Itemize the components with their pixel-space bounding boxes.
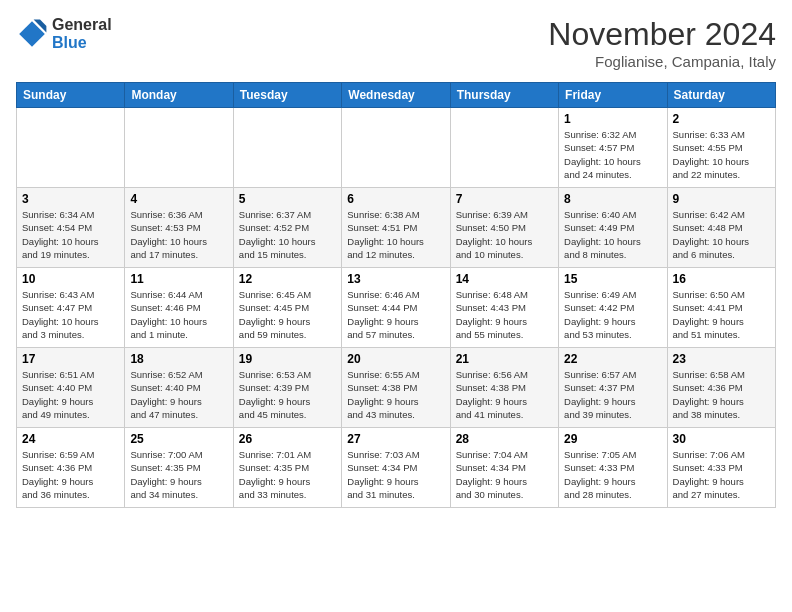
calendar-cell: 28Sunrise: 7:04 AM Sunset: 4:34 PM Dayli… [450, 428, 558, 508]
calendar-week: 10Sunrise: 6:43 AM Sunset: 4:47 PM Dayli… [17, 268, 776, 348]
weekday-label: Friday [559, 83, 667, 108]
day-number: 4 [130, 192, 227, 206]
day-number: 16 [673, 272, 770, 286]
day-info: Sunrise: 6:52 AM Sunset: 4:40 PM Dayligh… [130, 368, 227, 421]
day-number: 13 [347, 272, 444, 286]
day-number: 8 [564, 192, 661, 206]
day-info: Sunrise: 7:05 AM Sunset: 4:33 PM Dayligh… [564, 448, 661, 501]
day-number: 17 [22, 352, 119, 366]
calendar-cell: 19Sunrise: 6:53 AM Sunset: 4:39 PM Dayli… [233, 348, 341, 428]
calendar-cell: 1Sunrise: 6:32 AM Sunset: 4:57 PM Daylig… [559, 108, 667, 188]
day-info: Sunrise: 6:32 AM Sunset: 4:57 PM Dayligh… [564, 128, 661, 181]
calendar-cell: 27Sunrise: 7:03 AM Sunset: 4:34 PM Dayli… [342, 428, 450, 508]
day-info: Sunrise: 6:40 AM Sunset: 4:49 PM Dayligh… [564, 208, 661, 261]
day-info: Sunrise: 7:01 AM Sunset: 4:35 PM Dayligh… [239, 448, 336, 501]
calendar-cell: 12Sunrise: 6:45 AM Sunset: 4:45 PM Dayli… [233, 268, 341, 348]
day-number: 5 [239, 192, 336, 206]
weekday-label: Tuesday [233, 83, 341, 108]
day-number: 9 [673, 192, 770, 206]
calendar-cell: 21Sunrise: 6:56 AM Sunset: 4:38 PM Dayli… [450, 348, 558, 428]
day-number: 11 [130, 272, 227, 286]
weekday-header: SundayMondayTuesdayWednesdayThursdayFrid… [17, 83, 776, 108]
day-info: Sunrise: 6:36 AM Sunset: 4:53 PM Dayligh… [130, 208, 227, 261]
day-number: 15 [564, 272, 661, 286]
logo-text: General Blue [52, 16, 112, 52]
day-number: 29 [564, 432, 661, 446]
calendar-cell [233, 108, 341, 188]
calendar-subtitle: Foglianise, Campania, Italy [548, 53, 776, 70]
calendar-cell: 25Sunrise: 7:00 AM Sunset: 4:35 PM Dayli… [125, 428, 233, 508]
day-number: 28 [456, 432, 553, 446]
day-info: Sunrise: 7:04 AM Sunset: 4:34 PM Dayligh… [456, 448, 553, 501]
day-info: Sunrise: 7:06 AM Sunset: 4:33 PM Dayligh… [673, 448, 770, 501]
day-info: Sunrise: 6:33 AM Sunset: 4:55 PM Dayligh… [673, 128, 770, 181]
weekday-label: Saturday [667, 83, 775, 108]
weekday-label: Monday [125, 83, 233, 108]
day-info: Sunrise: 6:49 AM Sunset: 4:42 PM Dayligh… [564, 288, 661, 341]
calendar-cell [450, 108, 558, 188]
day-info: Sunrise: 6:55 AM Sunset: 4:38 PM Dayligh… [347, 368, 444, 421]
day-number: 22 [564, 352, 661, 366]
calendar-cell: 5Sunrise: 6:37 AM Sunset: 4:52 PM Daylig… [233, 188, 341, 268]
calendar-week: 3Sunrise: 6:34 AM Sunset: 4:54 PM Daylig… [17, 188, 776, 268]
calendar-cell: 15Sunrise: 6:49 AM Sunset: 4:42 PM Dayli… [559, 268, 667, 348]
day-info: Sunrise: 6:50 AM Sunset: 4:41 PM Dayligh… [673, 288, 770, 341]
calendar-cell: 22Sunrise: 6:57 AM Sunset: 4:37 PM Dayli… [559, 348, 667, 428]
logo: General Blue [16, 16, 112, 52]
calendar-week: 24Sunrise: 6:59 AM Sunset: 4:36 PM Dayli… [17, 428, 776, 508]
calendar-cell: 20Sunrise: 6:55 AM Sunset: 4:38 PM Dayli… [342, 348, 450, 428]
day-number: 3 [22, 192, 119, 206]
header: General Blue November 2024 Foglianise, C… [16, 16, 776, 70]
weekday-label: Sunday [17, 83, 125, 108]
calendar-cell: 4Sunrise: 6:36 AM Sunset: 4:53 PM Daylig… [125, 188, 233, 268]
day-info: Sunrise: 6:53 AM Sunset: 4:39 PM Dayligh… [239, 368, 336, 421]
weekday-label: Wednesday [342, 83, 450, 108]
day-number: 26 [239, 432, 336, 446]
day-number: 24 [22, 432, 119, 446]
calendar-title: November 2024 [548, 16, 776, 53]
day-info: Sunrise: 6:57 AM Sunset: 4:37 PM Dayligh… [564, 368, 661, 421]
day-info: Sunrise: 6:37 AM Sunset: 4:52 PM Dayligh… [239, 208, 336, 261]
calendar-cell: 11Sunrise: 6:44 AM Sunset: 4:46 PM Dayli… [125, 268, 233, 348]
calendar-table: SundayMondayTuesdayWednesdayThursdayFrid… [16, 82, 776, 508]
calendar-cell: 8Sunrise: 6:40 AM Sunset: 4:49 PM Daylig… [559, 188, 667, 268]
calendar-cell: 26Sunrise: 7:01 AM Sunset: 4:35 PM Dayli… [233, 428, 341, 508]
calendar-cell: 14Sunrise: 6:48 AM Sunset: 4:43 PM Dayli… [450, 268, 558, 348]
day-number: 2 [673, 112, 770, 126]
calendar-cell: 13Sunrise: 6:46 AM Sunset: 4:44 PM Dayli… [342, 268, 450, 348]
day-number: 27 [347, 432, 444, 446]
day-number: 10 [22, 272, 119, 286]
day-info: Sunrise: 6:59 AM Sunset: 4:36 PM Dayligh… [22, 448, 119, 501]
calendar-cell: 10Sunrise: 6:43 AM Sunset: 4:47 PM Dayli… [17, 268, 125, 348]
calendar-cell: 6Sunrise: 6:38 AM Sunset: 4:51 PM Daylig… [342, 188, 450, 268]
day-info: Sunrise: 7:03 AM Sunset: 4:34 PM Dayligh… [347, 448, 444, 501]
calendar-cell [342, 108, 450, 188]
day-number: 21 [456, 352, 553, 366]
calendar-cell: 7Sunrise: 6:39 AM Sunset: 4:50 PM Daylig… [450, 188, 558, 268]
calendar-cell: 23Sunrise: 6:58 AM Sunset: 4:36 PM Dayli… [667, 348, 775, 428]
day-number: 6 [347, 192, 444, 206]
day-number: 25 [130, 432, 227, 446]
day-number: 19 [239, 352, 336, 366]
day-info: Sunrise: 6:44 AM Sunset: 4:46 PM Dayligh… [130, 288, 227, 341]
day-number: 20 [347, 352, 444, 366]
day-info: Sunrise: 6:48 AM Sunset: 4:43 PM Dayligh… [456, 288, 553, 341]
day-info: Sunrise: 6:58 AM Sunset: 4:36 PM Dayligh… [673, 368, 770, 421]
calendar-cell: 2Sunrise: 6:33 AM Sunset: 4:55 PM Daylig… [667, 108, 775, 188]
day-number: 7 [456, 192, 553, 206]
calendar-week: 1Sunrise: 6:32 AM Sunset: 4:57 PM Daylig… [17, 108, 776, 188]
day-info: Sunrise: 6:46 AM Sunset: 4:44 PM Dayligh… [347, 288, 444, 341]
day-number: 18 [130, 352, 227, 366]
day-info: Sunrise: 6:38 AM Sunset: 4:51 PM Dayligh… [347, 208, 444, 261]
day-info: Sunrise: 6:39 AM Sunset: 4:50 PM Dayligh… [456, 208, 553, 261]
day-number: 30 [673, 432, 770, 446]
calendar-cell: 30Sunrise: 7:06 AM Sunset: 4:33 PM Dayli… [667, 428, 775, 508]
calendar-body: 1Sunrise: 6:32 AM Sunset: 4:57 PM Daylig… [17, 108, 776, 508]
calendar-cell: 17Sunrise: 6:51 AM Sunset: 4:40 PM Dayli… [17, 348, 125, 428]
day-number: 23 [673, 352, 770, 366]
logo-icon [16, 18, 48, 50]
weekday-label: Thursday [450, 83, 558, 108]
calendar-cell: 24Sunrise: 6:59 AM Sunset: 4:36 PM Dayli… [17, 428, 125, 508]
day-number: 14 [456, 272, 553, 286]
calendar-cell: 3Sunrise: 6:34 AM Sunset: 4:54 PM Daylig… [17, 188, 125, 268]
